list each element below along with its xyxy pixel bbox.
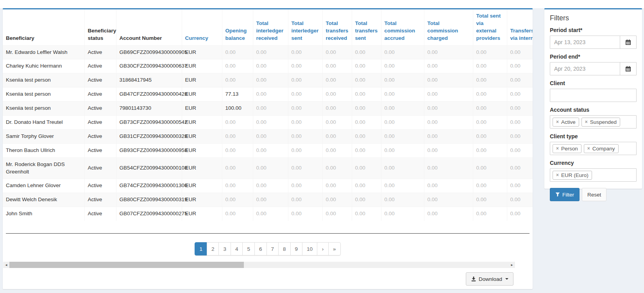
page-button[interactable]: 1: [195, 242, 207, 255]
column-header[interactable]: Total interledger sent: [288, 9, 322, 45]
table-cell: Charley Kuhic Hermann: [3, 59, 84, 73]
selected-tag: ×Company: [584, 144, 619, 153]
page-button[interactable]: 3: [218, 242, 231, 255]
table-cell: 0.00: [222, 179, 253, 193]
table-header-row: BeneficiaryBeneficiary statusAccount Num…: [3, 9, 533, 45]
table-cell: 0.00: [424, 143, 473, 157]
table-cell: 0.00: [424, 207, 473, 221]
page-last-button[interactable]: »: [328, 242, 341, 255]
table-cell: 0.00: [507, 143, 533, 157]
table-cell: 0.00: [473, 102, 507, 116]
table-cell: 0.00: [352, 157, 381, 179]
remove-tag-icon[interactable]: ×: [585, 120, 588, 124]
column-header[interactable]: Total transfers received: [322, 9, 352, 45]
period-end-calendar-button[interactable]: [620, 63, 636, 75]
table-cell: 0.00: [253, 45, 288, 59]
scroll-right-arrow-icon[interactable]: ►: [509, 262, 515, 268]
column-header[interactable]: Total transfers sent: [352, 9, 381, 45]
table-cell: 0.00: [322, 207, 352, 221]
table-row: Mr. Roderick Bogan DDS GreenholtActiveGB…: [3, 157, 533, 179]
page-button[interactable]: 6: [254, 242, 267, 255]
reset-button[interactable]: Reset: [582, 188, 606, 201]
table-cell: 0.00: [288, 143, 322, 157]
column-header[interactable]: Total commission accrued: [381, 9, 424, 45]
table-cell: 0.00: [507, 179, 533, 193]
client-label: Client: [550, 80, 637, 86]
horizontal-scrollbar[interactable]: ◄ ►: [3, 262, 515, 268]
page-button[interactable]: 4: [231, 242, 243, 255]
page-button[interactable]: 10: [302, 242, 317, 255]
column-header[interactable]: Total sent via external providers: [473, 9, 507, 45]
period-start-calendar-button[interactable]: [620, 36, 636, 48]
table-cell: 0.00: [222, 193, 253, 207]
page-next-button[interactable]: ›: [317, 242, 329, 255]
currency-select[interactable]: ×EUR (Euro): [550, 168, 637, 182]
table-cell: Active: [84, 102, 116, 116]
table-cell: Active: [84, 45, 116, 59]
table-scroll-area[interactable]: BeneficiaryBeneficiary statusAccount Num…: [3, 9, 533, 233]
table-cell: 0.00: [253, 157, 288, 179]
column-header[interactable]: Total interledger received: [253, 9, 288, 45]
table-cell: 0.00: [352, 102, 381, 116]
column-header[interactable]: Currency: [182, 9, 222, 45]
table-cell: 0.00: [381, 207, 424, 221]
table-cell: 0.00: [352, 59, 381, 73]
table-cell: 0.00: [381, 73, 424, 88]
tag-label: Suspended: [590, 119, 617, 125]
page-button[interactable]: 9: [290, 242, 303, 255]
remove-tag-icon[interactable]: ×: [556, 173, 559, 177]
table-cell: 0.00: [507, 88, 533, 102]
remove-tag-icon[interactable]: ×: [587, 146, 590, 151]
client-input[interactable]: [550, 89, 637, 102]
table-cell: 0.00: [381, 157, 424, 179]
account-status-select[interactable]: ×Active×Suspended: [550, 115, 637, 129]
column-header: Beneficiary status: [84, 9, 116, 45]
table-cell: 0.00: [253, 207, 288, 221]
table-cell: 0.00: [288, 179, 322, 193]
table-cell: Kseniia test person: [3, 102, 84, 116]
table-cell: 0.00: [253, 59, 288, 73]
download-button[interactable]: Download: [466, 272, 513, 286]
table-cell: 77.13: [222, 88, 253, 102]
table-cell: EUR: [182, 179, 222, 193]
scroll-left-arrow-icon[interactable]: ◄: [3, 262, 9, 268]
table-row: Theron Bauch UllrichActiveGB93CFZZ009943…: [3, 143, 533, 157]
table-cell: 0.00: [322, 179, 352, 193]
scrollbar-thumb[interactable]: [9, 262, 244, 268]
filter-button[interactable]: Filter: [550, 188, 580, 201]
table-cell: EUR: [182, 157, 222, 179]
table-cell: 0.00: [222, 73, 253, 88]
table-cell: 0.00: [352, 45, 381, 59]
table-cell: 0.00: [424, 179, 473, 193]
table-cell: GB93CFZZ00994300000958: [116, 143, 182, 157]
period-start-input[interactable]: [550, 36, 620, 48]
table-row: Kseniia test personActive31868417945EUR0…: [3, 73, 533, 88]
client-type-select[interactable]: ×Person×Company: [550, 142, 637, 155]
table-cell: 0.00: [424, 129, 473, 143]
table-cell: 0.00: [381, 193, 424, 207]
page-button[interactable]: 8: [278, 242, 291, 255]
table-cell: 0.00: [352, 116, 381, 130]
table-cell: 0.00: [424, 116, 473, 130]
page-button[interactable]: 5: [242, 242, 255, 255]
column-header[interactable]: Transfers received via internal: [507, 9, 533, 45]
table-cell: 0.00: [253, 193, 288, 207]
table-row: John SmithActiveGB07CFZZ00994300000275EU…: [3, 207, 533, 221]
page-button[interactable]: 2: [207, 242, 219, 255]
table-cell: 0.00: [253, 73, 288, 88]
remove-tag-icon[interactable]: ×: [556, 146, 559, 151]
table-cell: 0.00: [507, 129, 533, 143]
pagination-wrap: 12345678910›»: [3, 242, 533, 255]
column-header[interactable]: Total commission charged: [424, 9, 473, 45]
tag-label: Person: [561, 146, 578, 152]
table-cell: 0.00: [253, 179, 288, 193]
table-cell: 0.00: [352, 179, 381, 193]
table-cell: 0.00: [473, 59, 507, 73]
period-end-input[interactable]: [550, 63, 620, 75]
column-header[interactable]: Opening balance: [222, 9, 253, 45]
page-button[interactable]: 7: [267, 242, 279, 255]
filters-card: Filters Period start* Period end* Client…: [544, 8, 642, 189]
table-cell: 0.00: [473, 88, 507, 102]
table-cell: 0.00: [288, 59, 322, 73]
remove-tag-icon[interactable]: ×: [556, 120, 559, 124]
